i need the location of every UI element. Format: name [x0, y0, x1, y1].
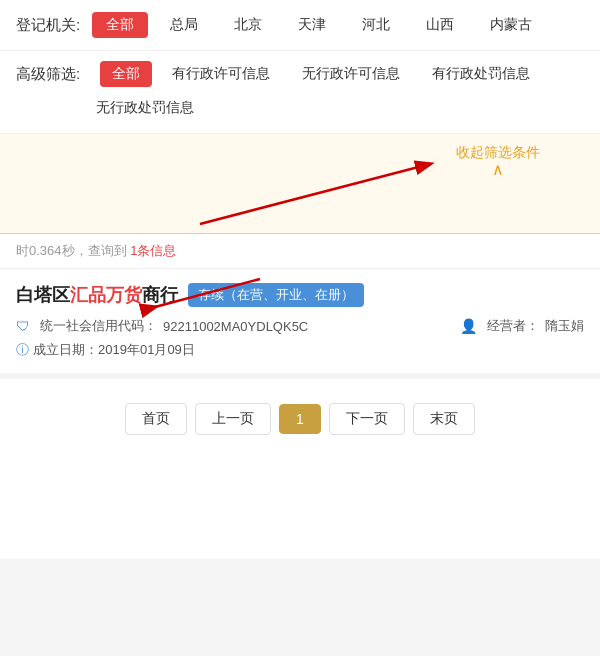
pagination: 首页 上一页 1 下一页 末页: [0, 379, 600, 459]
company-name-part1: 白塔区: [16, 285, 70, 305]
card-info-credit: 🛡 统一社会信用代码： 92211002MA0YDLQK5C 👤 经营者： 隋玉…: [16, 317, 584, 335]
advanced-filter-row1: 高级筛选: 全部 有行政许可信息 无行政许可信息 有行政处罚信息: [16, 61, 584, 87]
red-arrow-annotation: [0, 134, 600, 233]
filter-with-license[interactable]: 有行政许可信息: [160, 61, 282, 87]
result-count-link[interactable]: 1条信息: [130, 243, 176, 258]
advanced-filter-section: 高级筛选: 全部 有行政许可信息 无行政许可信息 有行政处罚信息 无行政处罚信息: [0, 51, 600, 134]
filter-with-penalty[interactable]: 有行政处罚信息: [420, 61, 542, 87]
filter-all[interactable]: 全部: [100, 61, 152, 87]
page-last-button[interactable]: 末页: [413, 403, 475, 435]
page-current-button[interactable]: 1: [279, 404, 321, 434]
advanced-filter-label: 高级筛选:: [16, 65, 80, 84]
filter-no-license[interactable]: 无行政许可信息: [290, 61, 412, 87]
filter-no-penalty[interactable]: 无行政处罚信息: [84, 95, 206, 121]
credit-code-value: 92211002MA0YDLQK5C: [163, 319, 308, 334]
register-filter-label: 登记机关:: [16, 16, 80, 35]
shield-icon: 🛡: [16, 318, 30, 334]
tab-tianjin[interactable]: 天津: [284, 12, 340, 38]
company-name: 白塔区汇品万货商行: [16, 283, 178, 307]
tab-zongju[interactable]: 总局: [156, 12, 212, 38]
result-info-bar: 时0.364秒，查询到 1条信息: [0, 234, 600, 269]
bottom-spacer: [0, 459, 600, 559]
advanced-filter-row2: 无行政处罚信息: [16, 95, 584, 121]
card-info-date: ⓘ 成立日期： 2019年01月09日: [16, 341, 584, 359]
person-icon: 👤: [460, 318, 477, 334]
card-title-row: 白塔区汇品万货商行 存续（在营、开业、在册）: [16, 283, 584, 307]
result-card-wrapper: 白塔区汇品万货商行 存续（在营、开业、在册） 🛡 统一社会信用代码： 92211…: [0, 269, 600, 379]
register-tab-bar: 全部 总局 北京 天津 河北 山西 内蒙古: [92, 12, 546, 38]
manager-label: 经营者：: [487, 317, 539, 335]
tab-all[interactable]: 全部: [92, 12, 148, 38]
tab-beijing[interactable]: 北京: [220, 12, 276, 38]
tab-hebei[interactable]: 河北: [348, 12, 404, 38]
tab-neimenggu[interactable]: 内蒙古: [476, 12, 546, 38]
result-card: 白塔区汇品万货商行 存续（在营、开业、在册） 🛡 统一社会信用代码： 92211…: [0, 269, 600, 379]
info-icon: ⓘ: [16, 341, 29, 359]
credit-code-label: 统一社会信用代码：: [40, 317, 157, 335]
tab-shanxi[interactable]: 山西: [412, 12, 468, 38]
company-name-highlight: 汇品万货: [70, 285, 142, 305]
page-next-button[interactable]: 下一页: [329, 403, 405, 435]
page-prev-button[interactable]: 上一页: [195, 403, 271, 435]
status-badge: 存续（在营、开业、在册）: [188, 283, 364, 307]
found-date-value: 2019年01月09日: [98, 341, 195, 359]
register-filter-bar: 登记机关: 全部 总局 北京 天津 河北 山西 内蒙古: [0, 0, 600, 51]
result-time-text: 时0.364秒，查询到: [16, 243, 127, 258]
found-date-label: 成立日期：: [33, 341, 98, 359]
page-first-button[interactable]: 首页: [125, 403, 187, 435]
manager-value: 隋玉娟: [545, 317, 584, 335]
svg-line-1: [200, 164, 430, 224]
company-name-part2: 商行: [142, 285, 178, 305]
